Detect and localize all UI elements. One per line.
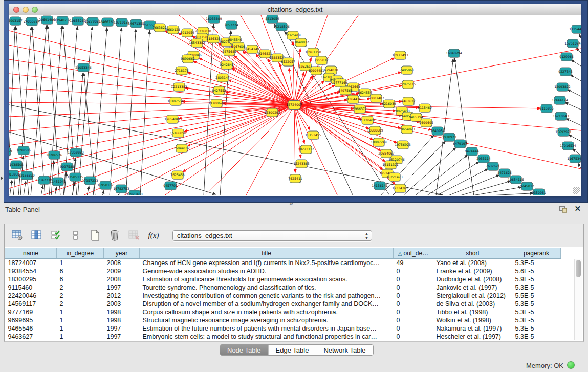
table-cell: 0 <box>394 316 433 324</box>
splitter-handle-icon[interactable]: ▴▾ <box>290 201 293 206</box>
table-cell: 5.5E-5 <box>512 292 561 300</box>
table-row[interactable]: 911546021997Tourette syndrome. Phenomeno… <box>5 283 561 292</box>
network-edge[interactable] <box>568 135 581 141</box>
node-label: 20691406 <box>39 18 55 21</box>
column-chooser-icon[interactable] <box>30 229 43 242</box>
network-edge[interactable] <box>9 105 294 131</box>
network-edge[interactable] <box>31 25 47 195</box>
network-edge[interactable] <box>102 190 104 195</box>
resize-grip[interactable] <box>573 187 580 194</box>
network-edge[interactable] <box>482 193 534 195</box>
table-row[interactable]: 1830029562008Estimation of significance … <box>5 275 561 283</box>
table-row[interactable]: 946554611997Estimation of the future num… <box>5 324 561 333</box>
network-edge[interactable] <box>576 47 581 53</box>
float-window-icon[interactable] <box>559 206 568 213</box>
network-edge[interactable] <box>93 27 107 195</box>
column-header-year[interactable]: year <box>104 248 140 259</box>
network-graph[interactable]: 8903157240557242069140611948232106552871… <box>9 15 581 195</box>
table-cell: 1997 <box>104 324 140 333</box>
network-edge[interactable] <box>49 26 62 195</box>
network-edge[interactable] <box>9 26 15 195</box>
table-cell: 9463627 <box>5 333 57 341</box>
collapsed-panel-arrow-icon[interactable] <box>1 176 3 180</box>
column-header-short[interactable]: short <box>433 248 512 259</box>
network-edge[interactable] <box>571 59 581 66</box>
network-edge[interactable] <box>48 25 60 195</box>
table-row[interactable]: 1872400712008Changes of HCN gene express… <box>5 259 561 267</box>
node-label: 12093822 <box>554 85 571 89</box>
new-table-icon[interactable] <box>89 229 102 242</box>
node-label: 11675341 <box>567 157 581 160</box>
network-edge[interactable] <box>454 58 474 195</box>
tab-edge-table[interactable]: Edge Table <box>268 345 316 355</box>
table-cell: 9699695 <box>5 316 57 324</box>
column-header-name[interactable]: name <box>5 248 57 259</box>
network-edge[interactable] <box>578 163 581 168</box>
network-edge[interactable] <box>9 45 294 105</box>
node-label: 10973493 <box>392 53 408 57</box>
network-canvas[interactable]: 8903157240557242069140611948232106552871… <box>9 15 581 195</box>
table-settings-icon[interactable] <box>11 229 24 242</box>
node-label: 9129966 <box>559 55 574 58</box>
node-label: 7955812 <box>314 58 329 62</box>
table-panel-title: Table Panel <box>5 206 40 213</box>
network-edge[interactable] <box>110 28 121 195</box>
table-scrollbar[interactable] <box>574 259 582 340</box>
network-edge[interactable] <box>565 118 581 125</box>
node-label: 9350981 <box>532 191 546 194</box>
network-edge[interactable] <box>140 30 149 195</box>
network-edge[interactable] <box>9 105 294 188</box>
network-edge[interactable] <box>9 31 294 105</box>
table-cell: Changes of HCN gene expression and I(f) … <box>140 259 394 267</box>
close-panel-icon[interactable]: ✕ <box>574 204 581 213</box>
table-row[interactable]: 969969511998Structural magnetic resonanc… <box>5 316 561 324</box>
node-label: 15243365 <box>293 162 310 165</box>
table-row[interactable]: 977716911998Corpus callosum shape and si… <box>5 308 561 316</box>
network-edge[interactable] <box>570 74 581 81</box>
node-label: 12213383 <box>171 85 187 89</box>
network-edge[interactable] <box>231 68 294 105</box>
sort-ascending-icon: △ <box>398 251 402 256</box>
select-rows-icon[interactable] <box>50 229 63 242</box>
network-edge[interactable] <box>118 193 119 195</box>
network-edge[interactable] <box>41 185 43 195</box>
network-edge[interactable] <box>126 29 136 195</box>
network-edge[interactable] <box>87 186 89 195</box>
table-header-row[interactable]: namein_degreeyeartitle△out_de…shortpager… <box>5 248 561 259</box>
network-edge[interactable] <box>294 105 304 144</box>
tab-network-table[interactable]: Network Table <box>316 345 373 355</box>
network-edge[interactable] <box>82 105 294 195</box>
function-builder-icon[interactable]: f(x) <box>147 229 160 242</box>
column-header-in_degree[interactable]: in_degree <box>57 248 104 259</box>
table-cell: Structural magnetic resonance image aver… <box>140 316 394 324</box>
node-label: 15221473 <box>386 175 403 179</box>
node-label: 15751074 <box>564 41 581 45</box>
network-edge[interactable] <box>564 102 581 110</box>
scrollbar-thumb[interactable] <box>576 260 581 277</box>
column-header-out_de[interactable]: △out_de… <box>394 248 433 259</box>
network-edge[interactable] <box>579 34 581 38</box>
table-selector-dropdown[interactable]: citations_edges.txt ▲▼ <box>172 230 372 241</box>
node-label: 9262615 <box>298 64 313 68</box>
memory-ok-indicator[interactable] <box>567 361 575 369</box>
network-edge[interactable] <box>9 88 294 105</box>
column-header-title[interactable]: title <box>140 248 394 259</box>
node-label: 1899586 <box>16 148 31 152</box>
column-header-pagerank[interactable]: pagerank <box>512 248 561 259</box>
table-row[interactable]: 1456911722003Disruption of a novel membe… <box>5 300 561 308</box>
network-window-titlebar[interactable]: citations_edges.txt <box>9 4 581 15</box>
network-edge[interactable] <box>205 105 294 195</box>
table-cell: Tourette syndrome. Phenomenology and cla… <box>140 283 394 292</box>
table-row[interactable]: 1938455462009Genome-wide association stu… <box>5 267 561 275</box>
row-height-icon[interactable] <box>69 229 82 242</box>
table-row[interactable]: 2242004622012Investigating the contribut… <box>5 292 561 300</box>
network-edge[interactable] <box>246 105 294 195</box>
network-edge[interactable] <box>24 181 26 195</box>
table-row[interactable]: 946362711997Embryonic stem cells: a mode… <box>5 333 561 341</box>
node-label: 12444124 <box>552 98 568 102</box>
delete-table-icon[interactable] <box>108 229 121 242</box>
tab-node-table[interactable]: Node Table <box>220 345 268 355</box>
table-cell: 1 <box>57 308 104 316</box>
network-edge[interactable] <box>567 89 581 96</box>
node-label: 15153455 <box>305 133 321 137</box>
